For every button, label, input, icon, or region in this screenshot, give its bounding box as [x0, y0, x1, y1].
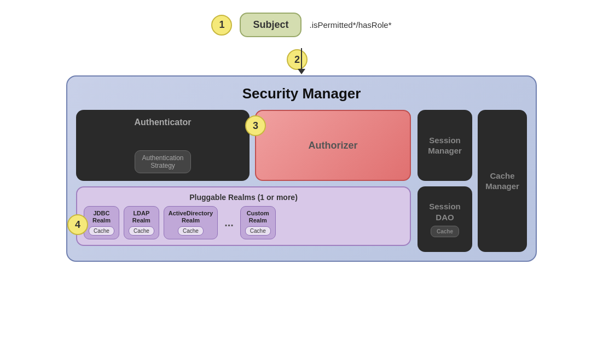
- left-section: Authenticator AuthenticationStrategy 3 A…: [76, 110, 411, 246]
- realm-jdbc-cache: Cache: [89, 226, 114, 236]
- right-section: Session Manager Session DAO Cache Cache …: [418, 110, 527, 252]
- realms-title: Pluggable Realms (1 or more): [84, 193, 403, 202]
- authenticator-label: Authenticator: [135, 118, 192, 127]
- cache-manager-block: Cache Manager: [478, 110, 527, 252]
- realm-custom-label: CustomRealm: [247, 210, 269, 224]
- realm-activedir-label: ActiveDirectoryRealm: [169, 210, 213, 224]
- session-dao-block: Session DAO Cache: [418, 186, 472, 252]
- realm-custom: CustomRealm Cache: [240, 206, 276, 239]
- session-manager-label: Session Manager: [423, 135, 467, 156]
- badge-3: 3: [245, 115, 266, 136]
- subject-box: Subject: [240, 13, 302, 37]
- arrow-col: 2: [301, 48, 302, 70]
- subject-row: 1 Subject .isPermitted*/hasRole*: [211, 13, 391, 37]
- authorizer-label: Authorizer: [309, 140, 358, 151]
- realms-row: JDBCRealm Cache LDAPRealm Cache ActiveDi…: [84, 206, 403, 239]
- diagram: 1 Subject .isPermitted*/hasRole* 2 Secur…: [66, 13, 537, 351]
- arrow-line: [301, 48, 302, 70]
- authorizer-wrapper: 3 Authorizer: [255, 110, 411, 181]
- auth-strategy-box: AuthenticationStrategy: [135, 150, 190, 173]
- session-dao-cache: Cache: [431, 226, 459, 237]
- realm-ldap-cache: Cache: [129, 226, 154, 236]
- security-manager-title: Security Manager: [76, 85, 527, 102]
- dots: ...: [222, 216, 236, 229]
- top-blocks: Authenticator AuthenticationStrategy 3 A…: [76, 110, 411, 181]
- security-manager-box: Security Manager Authenticator Authentic…: [66, 75, 537, 262]
- badge-1: 1: [211, 15, 232, 36]
- sm-inner: Authenticator AuthenticationStrategy 3 A…: [76, 110, 527, 252]
- session-dao-label: Session DAO: [423, 201, 467, 222]
- authorizer-block: Authorizer: [255, 110, 411, 181]
- realm-ldap-label: LDAPRealm: [132, 210, 150, 224]
- realm-activedir-cache: Cache: [178, 226, 204, 236]
- badge-2: 2: [287, 49, 308, 70]
- realm-jdbc-label: JDBCRealm: [92, 210, 111, 224]
- right-inner-col: Session Manager Session DAO Cache: [418, 110, 472, 252]
- is-permitted-label: .isPermitted*/hasRole*: [309, 20, 391, 30]
- session-manager-block: Session Manager: [418, 110, 472, 181]
- realms-box: 4 Pluggable Realms (1 or more) JDBCRealm…: [76, 186, 411, 246]
- cache-manager-label: Cache Manager: [483, 171, 521, 192]
- realm-jdbc: JDBCRealm Cache: [84, 206, 119, 239]
- realm-activedir: ActiveDirectoryRealm Cache: [164, 206, 218, 239]
- arrow-section: 2: [66, 43, 537, 75]
- realm-ldap: LDAPRealm Cache: [124, 206, 159, 239]
- authenticator-block: Authenticator AuthenticationStrategy: [76, 110, 250, 181]
- realm-custom-cache: Cache: [245, 226, 271, 236]
